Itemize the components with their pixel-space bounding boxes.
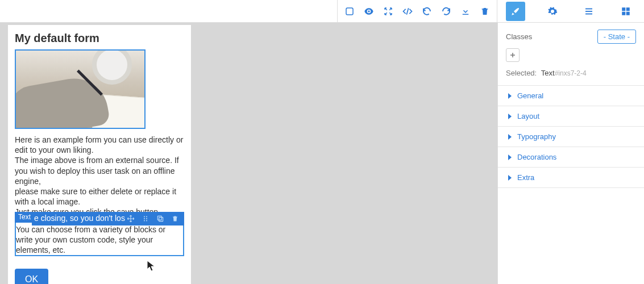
form-title: My default form xyxy=(15,32,184,45)
move-icon[interactable] xyxy=(126,214,135,223)
topbar xyxy=(0,0,644,23)
state-dropdown[interactable]: - State - xyxy=(597,30,636,44)
selected-prefix: Selected: xyxy=(506,69,537,77)
code-icon[interactable] xyxy=(398,2,417,21)
desc-line-3: please make sure to either delete or rep… xyxy=(15,186,184,207)
form-image[interactable] xyxy=(15,49,146,129)
svg-rect-15 xyxy=(157,216,161,220)
layers-tab-icon[interactable] xyxy=(579,2,599,21)
redo-icon[interactable] xyxy=(437,2,456,21)
classes-row: Classes - State - xyxy=(498,23,644,48)
section-label: Decorations xyxy=(517,153,556,161)
selected-id: #inxs7-2-4 xyxy=(555,69,587,77)
section-typography[interactable]: Typography xyxy=(498,127,644,147)
fullscreen-icon[interactable] xyxy=(379,2,398,21)
selected-info: Selected: Text#inxs7-2-4 xyxy=(498,66,644,85)
svg-rect-6 xyxy=(622,11,625,15)
svg-point-9 xyxy=(146,216,147,217)
chevron-right-icon xyxy=(508,93,512,99)
right-panel-tabs xyxy=(497,0,644,22)
selected-type: Text xyxy=(541,69,555,77)
trash-icon[interactable] xyxy=(475,2,495,21)
section-general[interactable]: General xyxy=(498,86,644,106)
selection-toolbar: e closing, so you don't los xyxy=(32,212,184,225)
svg-point-8 xyxy=(144,216,145,217)
drag-handle-icon[interactable] xyxy=(141,214,150,223)
svg-rect-5 xyxy=(626,7,630,11)
undo-icon[interactable] xyxy=(417,2,437,21)
chevron-right-icon xyxy=(508,134,512,140)
section-label: Extra xyxy=(517,173,534,182)
blocks-tab-icon[interactable] xyxy=(616,2,635,21)
selection-badge-label: Text xyxy=(15,212,34,223)
canvas-toolbar xyxy=(338,0,497,22)
download-icon[interactable] xyxy=(456,2,475,21)
form-card: My default form Here is an example form … xyxy=(8,25,191,284)
classes-label: Classes xyxy=(506,32,532,41)
delete-icon[interactable] xyxy=(171,214,180,223)
svg-rect-0 xyxy=(346,8,353,15)
svg-point-12 xyxy=(144,220,145,221)
section-extra[interactable]: Extra xyxy=(498,168,644,188)
svg-point-10 xyxy=(144,218,145,219)
main-row: My default form Here is an example form … xyxy=(0,23,644,284)
selected-text-block[interactable]: Text e closing, so you don't los xyxy=(15,219,184,257)
svg-rect-14 xyxy=(159,217,163,221)
desc-line-1: Here is an example form you can use dire… xyxy=(15,135,184,155)
topbar-spacer xyxy=(0,0,338,22)
chevron-right-icon xyxy=(508,175,512,181)
section-label: General xyxy=(517,91,543,100)
desc-line-2: The image above is from an external sour… xyxy=(15,155,184,186)
svg-point-11 xyxy=(146,218,147,219)
section-label: Layout xyxy=(517,112,539,120)
overlapped-text: e closing, so you don't los xyxy=(34,212,127,225)
preview-icon[interactable] xyxy=(359,2,379,21)
description-block: Here is an example form you can use dire… xyxy=(15,135,184,218)
properties-panel: Classes - State - Selected: Text#inxs7-2… xyxy=(497,23,644,284)
svg-point-13 xyxy=(146,220,147,221)
section-label: Typography xyxy=(517,132,556,141)
chevron-right-icon xyxy=(508,114,512,119)
canvas[interactable]: My default form Here is an example form … xyxy=(0,23,497,284)
svg-rect-7 xyxy=(626,11,630,15)
outline-icon[interactable] xyxy=(340,2,359,21)
copy-icon[interactable] xyxy=(156,214,165,223)
settings-tab-icon[interactable] xyxy=(543,2,562,21)
styles-tab-icon[interactable] xyxy=(506,2,525,21)
add-class-button[interactable] xyxy=(506,48,520,62)
svg-rect-4 xyxy=(622,7,625,11)
section-decorations[interactable]: Decorations xyxy=(498,147,644,168)
ok-button[interactable]: OK xyxy=(15,269,48,284)
style-accordion: General Layout Typography Decorations Ex… xyxy=(498,85,644,188)
chevron-right-icon xyxy=(508,154,512,160)
selection-badge: Text xyxy=(15,212,34,223)
section-layout[interactable]: Layout xyxy=(498,106,644,127)
